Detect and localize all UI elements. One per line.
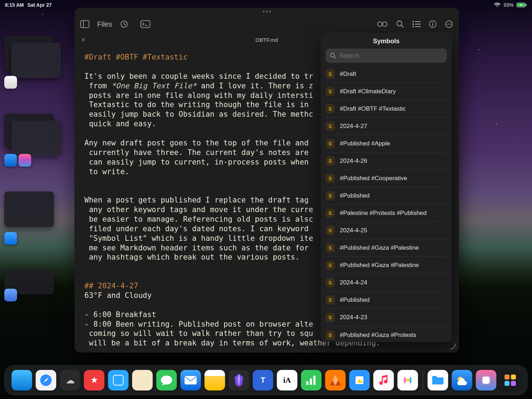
dock-iawriter[interactable]: iA bbox=[277, 370, 298, 390]
symbol-row[interactable]: S2024-4-25 bbox=[326, 222, 447, 239]
stage-group-2[interactable] bbox=[4, 113, 68, 163]
symbol-row[interactable]: S2024-4-26 bbox=[326, 153, 447, 170]
info-button[interactable] bbox=[428, 20, 437, 28]
tab-title[interactable]: OBTF.md bbox=[255, 37, 278, 43]
window-drag-handle[interactable] bbox=[74, 8, 459, 15]
terminal-button[interactable] bbox=[140, 20, 150, 28]
heading-date: ## 2024-4-27 bbox=[84, 282, 138, 290]
multitask-dots-icon[interactable] bbox=[263, 11, 271, 12]
dock-music[interactable] bbox=[373, 370, 394, 390]
symbol-row[interactable]: S#Published #Gaza #Palestine bbox=[326, 239, 447, 257]
dock-dayone[interactable] bbox=[108, 370, 129, 390]
svg-line-25 bbox=[334, 57, 336, 58]
dock-messages[interactable] bbox=[156, 370, 177, 390]
symbol-badge-icon: S bbox=[326, 226, 335, 235]
symbol-label: #Published bbox=[340, 297, 370, 304]
svg-rect-32 bbox=[310, 378, 312, 385]
stage-group-3[interactable] bbox=[4, 192, 68, 241]
recent-button[interactable] bbox=[120, 20, 128, 28]
symbols-search-input[interactable] bbox=[339, 52, 443, 60]
symbol-row[interactable]: S#Published #Gaza #Protests bbox=[326, 326, 447, 342]
dock-cloud[interactable]: ☁︎ bbox=[60, 370, 81, 390]
svg-rect-6 bbox=[141, 21, 150, 28]
more-button[interactable] bbox=[445, 20, 453, 28]
dock-notes[interactable] bbox=[205, 370, 225, 390]
svg-point-7 bbox=[378, 22, 382, 27]
svg-point-11 bbox=[412, 21, 414, 22]
svg-point-35 bbox=[406, 378, 410, 382]
dock-numbers[interactable] bbox=[301, 370, 322, 390]
dock-files[interactable] bbox=[428, 370, 448, 390]
dock-safari[interactable] bbox=[36, 370, 56, 390]
status-date: Sat Apr 27 bbox=[27, 2, 52, 8]
symbol-label: #Published #Apple bbox=[340, 140, 390, 147]
shortcuts-icon bbox=[18, 154, 31, 167]
symbol-row[interactable]: S2024-4-27 bbox=[326, 118, 447, 135]
dock-obsidian[interactable] bbox=[229, 370, 249, 390]
dock-finder[interactable] bbox=[12, 370, 32, 390]
symbol-row[interactable]: S#Draft #ClimateDiary bbox=[326, 83, 447, 100]
symbol-row[interactable]: S#Published #Apple bbox=[326, 135, 447, 153]
symbol-row[interactable]: S#Draft #OBTF #Textastic bbox=[326, 100, 447, 118]
stage-manager-strip bbox=[4, 35, 68, 298]
symbol-badge-icon: S bbox=[326, 87, 335, 96]
stage-group-4[interactable] bbox=[4, 270, 68, 298]
dock-weather[interactable] bbox=[452, 370, 472, 390]
weather-icon bbox=[4, 154, 17, 167]
symbol-row[interactable]: S#Published bbox=[326, 292, 447, 309]
symbol-row[interactable]: S2024-4-24 bbox=[326, 274, 447, 292]
dock-reeder[interactable]: ★ bbox=[84, 370, 105, 390]
stage-thumbnail bbox=[11, 43, 61, 78]
symbols-button[interactable] bbox=[412, 21, 421, 28]
svg-rect-3 bbox=[81, 21, 89, 28]
svg-rect-33 bbox=[314, 376, 316, 385]
dock-mail[interactable] bbox=[181, 370, 201, 390]
symbol-label: #Published #Cooperative bbox=[340, 175, 407, 182]
sidebar-toggle-button[interactable] bbox=[80, 20, 89, 28]
symbol-row[interactable]: S#Draft bbox=[326, 66, 447, 83]
symbols-panel: Symbols S#DraftS#Draft #ClimateDiaryS#Dr… bbox=[321, 33, 452, 342]
symbol-row[interactable]: S2024-4-23 bbox=[326, 309, 447, 326]
files-button[interactable]: Files bbox=[97, 20, 112, 28]
symbol-badge-icon: S bbox=[326, 70, 335, 79]
symbol-row[interactable]: S#Published bbox=[326, 187, 447, 205]
symbol-row[interactable]: S#Published #Cooperative bbox=[326, 170, 447, 187]
symbol-badge-icon: S bbox=[326, 209, 335, 218]
italic-text: *One Big Text File* bbox=[111, 82, 196, 90]
dock-freeform[interactable] bbox=[349, 370, 370, 390]
dock-mona[interactable] bbox=[132, 370, 153, 390]
symbol-badge-icon: S bbox=[326, 174, 335, 183]
hashtag-line: #Draft #OBTF #Textastic bbox=[84, 53, 188, 61]
svg-point-23 bbox=[450, 24, 451, 25]
svg-rect-40 bbox=[511, 375, 516, 379]
svg-rect-2 bbox=[526, 4, 527, 6]
svg-point-15 bbox=[412, 26, 414, 27]
symbol-row[interactable]: S#Palestine #Protests #Published bbox=[326, 205, 447, 222]
dock-app-library[interactable] bbox=[500, 370, 521, 390]
dock-textastic[interactable]: T bbox=[253, 370, 273, 390]
preview-button[interactable] bbox=[377, 21, 388, 28]
close-tab-button[interactable]: ✕ bbox=[81, 37, 85, 43]
symbol-label: #Palestine #Protests #Published bbox=[340, 210, 427, 217]
svg-point-24 bbox=[331, 53, 334, 57]
symbol-badge-icon: S bbox=[326, 122, 335, 131]
dock-shortcuts[interactable] bbox=[476, 370, 497, 390]
safari-icon bbox=[4, 76, 17, 89]
symbol-row[interactable]: S#Published #Gaza #Palestine bbox=[326, 257, 447, 274]
status-time: 8:15 AM bbox=[5, 2, 24, 8]
symbol-badge-icon: S bbox=[326, 191, 335, 200]
symbol-label: 2024-4-24 bbox=[340, 279, 367, 286]
stage-group-1[interactable] bbox=[4, 35, 68, 85]
symbol-label: 2024-4-26 bbox=[340, 157, 367, 165]
dock-separator bbox=[423, 370, 423, 390]
dock-copilot[interactable] bbox=[398, 370, 418, 390]
svg-rect-38 bbox=[483, 377, 490, 384]
symbols-search[interactable] bbox=[326, 49, 447, 63]
search-icon bbox=[330, 52, 336, 59]
symbol-badge-icon: S bbox=[326, 313, 335, 322]
symbols-list[interactable]: S#DraftS#Draft #ClimateDiaryS#Draft #OBT… bbox=[321, 66, 452, 342]
resize-handle-icon[interactable] bbox=[450, 343, 456, 350]
dock-affinity[interactable] bbox=[325, 370, 346, 390]
symbol-badge-icon: S bbox=[326, 278, 335, 287]
search-button[interactable] bbox=[396, 20, 404, 28]
